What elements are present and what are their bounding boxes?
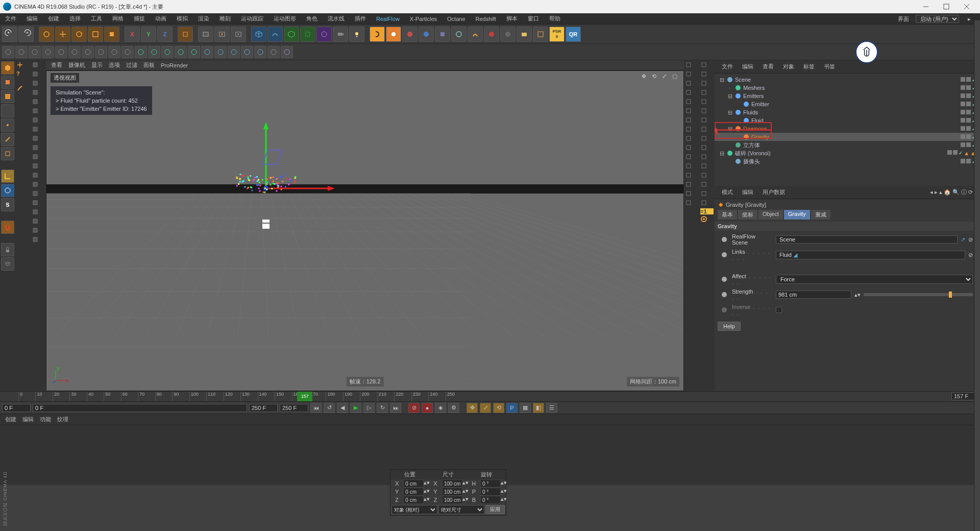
lock-tool[interactable] <box>1 243 14 256</box>
tool2-5[interactable] <box>68 46 81 58</box>
tool2-0[interactable] <box>2 46 14 58</box>
rtool-1-9[interactable] <box>700 144 714 152</box>
rtool-0-8[interactable] <box>685 135 698 143</box>
rotate-tool[interactable] <box>71 27 87 42</box>
model-tool-12[interactable] <box>32 172 45 180</box>
tool2-12[interactable] <box>161 46 174 58</box>
timeline-playhead[interactable]: 157 <box>297 392 312 401</box>
rtool-0-6[interactable] <box>685 116 698 125</box>
coord-size-mode-select[interactable]: 绝对尺寸 <box>438 505 484 514</box>
perspective-viewport[interactable]: 透视视图 Simulation "Scene": > Fluid "Fluid"… <box>46 70 684 391</box>
obj-tab-对象[interactable]: 对象 <box>780 62 797 71</box>
object-Emitter[interactable]: Emitter✓ <box>715 100 980 108</box>
select-tool[interactable] <box>39 27 54 42</box>
tool2-16[interactable] <box>214 46 227 58</box>
model-tool-8[interactable] <box>32 135 45 143</box>
rtool-0-7[interactable] <box>685 126 698 134</box>
model-tool-0[interactable] <box>32 61 45 69</box>
help-tool[interactable]: ? <box>16 70 30 77</box>
tag-button-10[interactable] <box>533 27 548 42</box>
edge-mode[interactable] <box>1 133 14 146</box>
tag-button-4[interactable] <box>435 27 450 42</box>
axis-y-button[interactable]: Y <box>141 27 156 42</box>
object-Scene[interactable]: ⊟Scene✓ <box>715 76 980 84</box>
rtool-0-12[interactable] <box>685 172 698 180</box>
strength-input[interactable] <box>776 291 851 299</box>
rtool-1-4[interactable] <box>700 98 714 106</box>
range-end-view[interactable] <box>249 404 278 412</box>
rtool-0-14[interactable] <box>685 190 698 198</box>
model-tool-14[interactable] <box>32 190 45 198</box>
link-clear-icon[interactable]: ⊘ <box>968 252 973 258</box>
tool2-1[interactable] <box>15 46 28 58</box>
vp-menu-面板[interactable]: 面板 <box>143 61 155 69</box>
menu-捕捉[interactable]: 捕捉 <box>129 15 150 22</box>
tool2-6[interactable] <box>82 46 94 58</box>
model-tool-3[interactable] <box>32 89 45 97</box>
model-mode[interactable] <box>1 76 14 89</box>
rtool-0-10[interactable] <box>685 153 698 161</box>
maximize-button[interactable] <box>936 0 957 13</box>
attr-tab-基本[interactable]: 基本 <box>718 210 737 220</box>
step-back-button[interactable]: ◀ <box>337 403 348 413</box>
links-field[interactable]: Fluid ◢ <box>776 251 965 259</box>
vp-menu-ProRender[interactable]: ProRender <box>161 62 188 68</box>
model-tool-19[interactable] <box>32 236 45 244</box>
range-start-field[interactable] <box>2 404 31 412</box>
axis-mode[interactable] <box>1 170 14 183</box>
safeframe-button[interactable] <box>370 27 385 42</box>
param-key-button[interactable]: P <box>506 403 518 413</box>
right-dock-strip[interactable] <box>974 20 980 531</box>
snap-settings[interactable]: S <box>1 198 14 211</box>
close-button[interactable] <box>957 0 977 13</box>
options-button[interactable]: ☰ <box>546 403 557 413</box>
tool2-8[interactable] <box>108 46 120 58</box>
qr-button[interactable]: QR <box>566 27 581 42</box>
rtool-0-2[interactable] <box>685 80 698 88</box>
brush-tool[interactable] <box>16 85 30 93</box>
object-Daemons[interactable]: ⊟Daemons✓ <box>715 125 980 133</box>
scene-link-field[interactable]: Scene <box>776 235 958 244</box>
model-tool-1[interactable] <box>32 70 45 79</box>
tool2-10[interactable] <box>135 46 147 58</box>
rtool-1-8[interactable] <box>700 135 714 143</box>
tool2-18[interactable] <box>241 46 253 58</box>
object-摄像头[interactable]: 摄像头✓ <box>715 157 980 165</box>
rtool-1-11[interactable] <box>700 162 714 171</box>
tool2-3[interactable] <box>42 46 54 58</box>
attr-nav-icons[interactable]: ◂ ▸ ▴ 🏠 🔍 ⓘ ⟳ <box>927 187 976 197</box>
play-forward-button[interactable]: ↻ <box>377 403 388 413</box>
tag-button-1[interactable] <box>386 27 401 42</box>
tag-button-5[interactable] <box>451 27 467 42</box>
record-button[interactable]: ⊘ <box>408 403 420 413</box>
key-settings-button[interactable]: ⚙ <box>448 403 459 413</box>
move-tool-2[interactable] <box>16 61 30 69</box>
model-tool-11[interactable] <box>32 162 45 171</box>
vp-menu-查看[interactable]: 查看 <box>51 61 62 69</box>
object-立方体[interactable]: 立方体✓ <box>715 141 980 149</box>
rtool-0-4[interactable] <box>685 98 698 106</box>
environment-button[interactable] <box>316 27 332 42</box>
menu-流水线[interactable]: 流水线 <box>323 15 350 22</box>
camera-button[interactable] <box>333 27 348 42</box>
size-Y[interactable] <box>442 488 462 496</box>
rtool-1-14[interactable] <box>700 190 714 198</box>
rtool-1-10[interactable] <box>700 153 714 161</box>
recent-tools[interactable] <box>104 27 119 42</box>
tool2-9[interactable] <box>121 46 134 58</box>
menu-脚本[interactable]: 脚本 <box>501 15 523 22</box>
magnet-tool[interactable] <box>1 221 14 234</box>
rtool-1-12[interactable] <box>700 172 714 180</box>
pos-Y[interactable] <box>403 488 424 496</box>
tool2-2[interactable] <box>29 46 41 58</box>
tag-button-3[interactable] <box>419 27 434 42</box>
tag-button-6[interactable] <box>468 27 483 42</box>
pla-key-button[interactable]: ▦ <box>520 403 531 413</box>
rtool-1-15[interactable] <box>700 199 714 207</box>
menu-X-Particles[interactable]: X-Particles <box>405 16 442 22</box>
object-Fluid[interactable]: Fluid✓ <box>715 116 980 125</box>
tool2-4[interactable] <box>55 46 67 58</box>
rtool-0-1[interactable] <box>685 70 698 79</box>
deformer-button[interactable] <box>300 27 315 42</box>
attr-tab-Gravity[interactable]: Gravity <box>784 210 810 220</box>
